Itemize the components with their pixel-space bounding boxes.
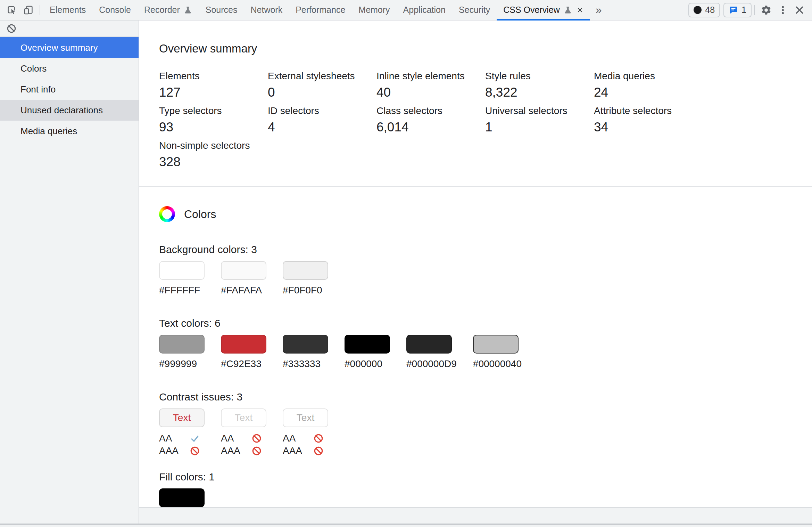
color-wheel-icon: [159, 206, 175, 222]
issues-badge[interactable]: 1: [723, 3, 752, 17]
color-swatch[interactable]: [221, 335, 266, 354]
section-divider: [139, 186, 812, 187]
aa-fail-block-icon: [313, 433, 324, 444]
tab-elements[interactable]: Elements: [43, 0, 92, 20]
stat-universal-selectors: Universal selectors1: [485, 105, 594, 135]
stat-label: Type selectors: [159, 105, 268, 116]
tab-label: Console: [99, 5, 131, 15]
tab-network[interactable]: Network: [244, 0, 289, 20]
sidebar-item-label: Unused declarations: [20, 105, 103, 116]
stat-media-queries: Media queries24: [594, 71, 703, 100]
experiment-flask-icon: [183, 6, 192, 15]
color-swatch-item: #FFFFFF: [159, 261, 205, 296]
tab-sources[interactable]: Sources: [199, 0, 244, 20]
stat-label: Media queries: [594, 71, 703, 82]
swatch-hex-label: #FAFAFA: [221, 285, 266, 296]
sidebar-item-media-queries[interactable]: Media queries: [0, 121, 139, 141]
swatch-hex-label: #333333: [283, 358, 328, 370]
stat-value: 4: [268, 120, 376, 135]
sidebar-item-unused-declarations[interactable]: Unused declarations: [0, 100, 139, 121]
close-tab-button[interactable]: [577, 7, 583, 14]
tab-console[interactable]: Console: [92, 0, 138, 20]
tab-label: Elements: [50, 5, 86, 15]
color-swatch[interactable]: [345, 335, 390, 354]
sidebar-item-overview-summary[interactable]: Overview summary: [0, 37, 139, 58]
contrast-sample[interactable]: Text: [159, 408, 205, 427]
stat-class-selectors: Class selectors6,014: [376, 105, 485, 135]
stat-label: Attribute selectors: [594, 105, 703, 116]
tab-recorder[interactable]: Recorder: [138, 0, 199, 20]
stat-value: 6,014: [376, 120, 485, 135]
sidebar-item-font-info[interactable]: Font info: [0, 79, 139, 100]
color-swatch[interactable]: [473, 335, 519, 354]
css-overview-main-panel: Overview summary Elements127 External st…: [139, 21, 812, 527]
tab-css-overview[interactable]: CSS Overview: [497, 0, 590, 20]
color-swatch-item: #C92E33: [221, 335, 266, 370]
toggle-device-toolbar-button[interactable]: [20, 0, 37, 20]
block-icon: [6, 23, 17, 34]
sidebar-item-label: Font info: [20, 84, 56, 95]
sidebar-toolbar: [0, 21, 139, 37]
console-errors-badge[interactable]: 48: [688, 3, 720, 17]
contrast-sample[interactable]: Text: [283, 408, 328, 427]
color-swatch-item: #000000: [345, 335, 390, 370]
swatch-hex-label: #00000040: [473, 358, 522, 370]
stat-non-simple-selectors: Non-simple selectors328: [159, 140, 268, 169]
aaa-fail-block-icon: [251, 446, 262, 456]
gear-icon: [761, 5, 772, 16]
devtools-toolbar: Elements Console Recorder Sources Networ…: [0, 0, 812, 21]
stat-external-stylesheets: External stylesheets0: [268, 71, 376, 100]
menu-button[interactable]: [774, 5, 791, 15]
color-swatch[interactable]: [283, 261, 328, 280]
css-overview-sidebar: Overview summary Colors Font info Unused…: [0, 21, 139, 527]
stat-label: Style rules: [485, 71, 594, 82]
color-swatch-item: #F0F0F0: [283, 261, 328, 296]
more-tabs-button[interactable]: »: [590, 0, 607, 20]
stat-value: 127: [159, 85, 268, 100]
settings-button[interactable]: [758, 5, 774, 16]
swatch-hex-label: #000000: [345, 358, 390, 370]
aa-label: AA: [283, 433, 313, 444]
color-swatch[interactable]: [159, 261, 205, 280]
sidebar-item-colors[interactable]: Colors: [0, 58, 139, 79]
inspect-element-button[interactable]: [3, 0, 20, 20]
color-swatch[interactable]: [221, 261, 266, 280]
sidebar-item-label: Overview summary: [20, 42, 98, 53]
color-swatch[interactable]: [159, 335, 205, 354]
page-title: Overview summary: [159, 42, 812, 55]
color-swatch[interactable]: [159, 488, 205, 507]
stat-elements: Elements127: [159, 71, 268, 100]
stat-value: 40: [376, 85, 485, 100]
swatch-hex-label: #999999: [159, 358, 205, 370]
tab-performance[interactable]: Performance: [289, 0, 352, 20]
contrast-sample[interactable]: Text: [221, 408, 266, 427]
swatch-hex-label: #C92E33: [221, 358, 266, 370]
aa-pass-check-icon: [190, 433, 200, 444]
clear-overview-button[interactable]: [6, 23, 17, 34]
tab-label: Memory: [358, 5, 390, 15]
tab-application[interactable]: Application: [397, 0, 452, 20]
contrast-issue-item: Text AA AAA: [221, 408, 266, 457]
fill-colors-row: [159, 488, 812, 507]
error-count: 48: [705, 5, 715, 15]
stat-value: 1: [485, 120, 594, 135]
tab-label: Security: [459, 5, 490, 15]
stat-label: Universal selectors: [485, 105, 594, 116]
color-swatch[interactable]: [406, 335, 452, 354]
aa-label: AA: [221, 433, 251, 444]
close-icon: [577, 7, 583, 14]
close-devtools-button[interactable]: [791, 5, 808, 15]
stat-style-rules: Style rules8,322: [485, 71, 594, 100]
color-swatch[interactable]: [283, 335, 328, 354]
tab-label: Recorder: [144, 5, 180, 15]
toolbar-separator: [754, 5, 755, 15]
aaa-label: AAA: [159, 445, 190, 456]
text-colors-row: #999999 #C92E33 #333333 #000000 #000000D…: [159, 335, 812, 370]
sidebar-item-label: Colors: [20, 63, 47, 74]
contrast-issues-row: Text AA AAA Text AA: [159, 408, 812, 457]
swatch-hex-label: #F0F0F0: [283, 285, 328, 296]
tab-security[interactable]: Security: [452, 0, 497, 20]
stat-label: ID selectors: [268, 105, 376, 116]
tab-memory[interactable]: Memory: [352, 0, 396, 20]
sidebar-item-label: Media queries: [20, 126, 77, 137]
